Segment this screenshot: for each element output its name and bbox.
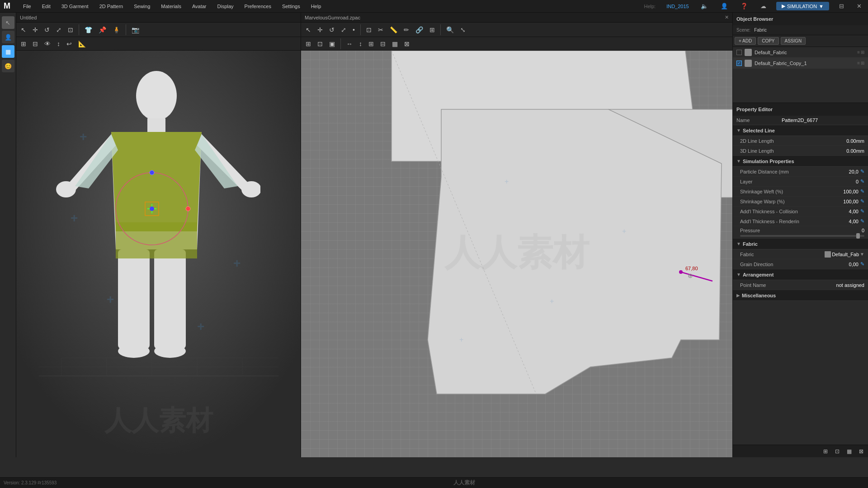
edit-shrinkage-warp[interactable]: ✎ xyxy=(860,198,864,204)
menu-preferences[interactable]: Preferences xyxy=(243,3,273,10)
volume-icon[interactable]: 🔈 xyxy=(698,2,711,10)
viewport-2d-close[interactable]: ✕ xyxy=(725,14,729,20)
filter-value[interactable]: Fabric xyxy=(754,28,767,33)
tb2d-b1[interactable]: ⊞ xyxy=(303,38,314,49)
tb2-select-all[interactable]: ⊞ xyxy=(18,38,29,49)
pressure-slider[interactable] xyxy=(740,235,864,237)
tb2d-b2[interactable]: ⊡ xyxy=(315,38,326,49)
tb2d-zoom[interactable]: 🔍 xyxy=(443,24,457,35)
edit-thickness-collision[interactable]: ✎ xyxy=(860,208,864,214)
sidebar-icon-cursor[interactable]: ↖ xyxy=(2,16,14,29)
tb2d-b4[interactable]: ↔ xyxy=(344,38,355,49)
ob-add-button[interactable]: + ADD xyxy=(735,37,756,45)
menu-edit[interactable]: Edit xyxy=(40,3,52,10)
tb2d-select[interactable]: ↖ xyxy=(303,24,314,35)
rp-icon-2[interactable]: ⊡ xyxy=(832,446,842,456)
rp-icon-3[interactable]: ▦ xyxy=(844,446,854,456)
edit-particle-distance[interactable]: ✎ xyxy=(860,169,864,174)
tb2d-cut[interactable]: ✂ xyxy=(375,24,386,35)
ob-action-btn-4[interactable]: ⊞ xyxy=(861,61,864,66)
ob-assign-button[interactable]: ASSIGN xyxy=(781,37,806,45)
sep3 xyxy=(340,38,341,49)
section-arrangement[interactable]: ▼ Arrangement xyxy=(733,269,868,280)
label-pressure: Pressure xyxy=(740,228,760,233)
menu-avatar[interactable]: Avatar xyxy=(190,3,208,10)
tb2d-fit[interactable]: ⤡ xyxy=(458,24,468,35)
sidebar-icon-pattern[interactable]: ▦ xyxy=(2,45,14,58)
menu-materials[interactable]: Materials xyxy=(159,3,183,10)
tb2d-measure[interactable]: 📏 xyxy=(387,24,400,35)
menu-2d-pattern[interactable]: 2D Pattern xyxy=(98,3,125,10)
edit-layer[interactable]: ✎ xyxy=(860,178,864,184)
section-selected-line[interactable]: ▼ Selected Line xyxy=(733,125,868,136)
viewport-3d-canvas[interactable]: + + + + + + xyxy=(16,51,301,457)
tb2d-rotate[interactable]: ↺ xyxy=(326,24,337,35)
tb-select[interactable]: ↖ xyxy=(18,24,29,35)
edit-thickness-rendering[interactable]: ✎ xyxy=(860,218,864,224)
tb2-visible[interactable]: 👁 xyxy=(42,38,53,49)
pressure-slider-thumb[interactable] xyxy=(856,233,860,239)
menu-settings[interactable]: Settings xyxy=(280,3,302,10)
close-icon[interactable]: ✕ xyxy=(854,2,864,10)
tb2d-b3[interactable]: ▣ xyxy=(326,38,338,49)
edit-shrinkage-weft[interactable]: ✎ xyxy=(860,188,864,194)
tb2d-b8[interactable]: ▦ xyxy=(389,38,401,49)
tb-rotate[interactable]: ↺ xyxy=(42,24,52,35)
tb2d-b7[interactable]: ⊟ xyxy=(377,38,388,49)
section-simulation-properties[interactable]: ▼ Simulation Properties xyxy=(733,156,868,167)
menu-sewing[interactable]: Sewing xyxy=(132,3,152,10)
prop-fabric: Fabric Default_Fab ▼ xyxy=(733,249,868,259)
tb-scale[interactable]: ⤢ xyxy=(53,24,64,35)
ob-action-btn-2[interactable]: ⊞ xyxy=(861,50,864,55)
sidebar-icon-face[interactable]: 😊 xyxy=(2,60,14,72)
tb-garment[interactable]: 👕 xyxy=(82,24,95,35)
simulation-button[interactable]: ▶ SIMULATION ▼ xyxy=(776,2,829,10)
ob-check-1[interactable] xyxy=(736,50,742,55)
menu-display[interactable]: Display xyxy=(216,3,236,10)
tb-camera[interactable]: 📷 xyxy=(129,24,142,35)
tb2d-grid[interactable]: ⊞ xyxy=(427,24,438,35)
tb2d-b9[interactable]: ⊠ xyxy=(401,38,412,49)
sidebar-icon-avatar[interactable]: 👤 xyxy=(2,31,14,43)
right-panel: Object Browser Scene: Fabric + ADD COPY … xyxy=(732,13,868,457)
rp-icon-4[interactable]: ⊠ xyxy=(856,446,866,456)
tb2d-b6[interactable]: ⊞ xyxy=(366,38,377,49)
section-miscellaneous[interactable]: ▶ Miscellaneous xyxy=(733,290,868,301)
user-icon[interactable]: 👤 xyxy=(718,2,731,10)
window-controls[interactable]: ⊟ xyxy=(836,2,847,10)
question-icon[interactable]: ❓ xyxy=(738,2,750,10)
tb-move[interactable]: ✛ xyxy=(30,24,41,35)
tb2-reset[interactable]: ↩ xyxy=(64,38,75,49)
value-layer: 0 xyxy=(831,179,859,184)
menu-file[interactable]: File xyxy=(21,3,33,10)
tb2-extra[interactable]: 📐 xyxy=(75,38,89,49)
tb2d-move[interactable]: ✛ xyxy=(315,24,326,35)
tb-pin[interactable]: 📌 xyxy=(96,24,109,35)
ob-action-btn-3[interactable]: ≡ xyxy=(857,61,860,66)
fabric-dropdown[interactable]: Default_Fab ▼ xyxy=(825,251,864,258)
tb2-deselect[interactable]: ⊟ xyxy=(30,38,41,49)
menu-3d-garment[interactable]: 3D Garment xyxy=(60,3,90,10)
ob-check-2[interactable]: ✓ xyxy=(736,61,742,66)
ob-color-2 xyxy=(745,60,752,67)
edit-grain-direction[interactable]: ✎ xyxy=(860,261,864,267)
tb2-arrange[interactable]: ↕ xyxy=(54,38,63,49)
tb2d-scale[interactable]: ⤢ xyxy=(338,24,349,35)
cloud-icon[interactable]: ☁ xyxy=(758,2,769,10)
tb2d-b5[interactable]: ↕ xyxy=(356,38,365,49)
tb2d-point[interactable]: • xyxy=(350,24,358,35)
ob-action-btn-1[interactable]: ≡ xyxy=(857,50,860,55)
viewport-2d-canvas[interactable]: 519,11 -2100 2 69,52 67,80 + + + + ⊕ 人人素… xyxy=(301,51,732,457)
ob-copy-button[interactable]: COPY xyxy=(758,37,778,45)
tb2d-seam[interactable]: ⊡ xyxy=(363,24,374,35)
tb-transform[interactable]: ⊡ xyxy=(65,24,76,35)
tb2d-snap[interactable]: 🔗 xyxy=(413,24,426,35)
tb2d-pen[interactable]: ✏ xyxy=(401,24,412,35)
rp-icon-1[interactable]: ⊞ xyxy=(821,446,830,456)
section-fabric[interactable]: ▼ Fabric xyxy=(733,239,868,249)
ob-item-1[interactable]: Default_Fabric ≡ ⊞ xyxy=(733,47,868,58)
tb-avatar-pos[interactable]: 🧍 xyxy=(110,24,123,35)
menu-help[interactable]: Help xyxy=(309,3,323,10)
ob-item-2[interactable]: ✓ Default_Fabric_Copy_1 ≡ ⊞ xyxy=(733,58,868,69)
version-label: Version: 2.3.129 #r135593 xyxy=(4,480,57,485)
